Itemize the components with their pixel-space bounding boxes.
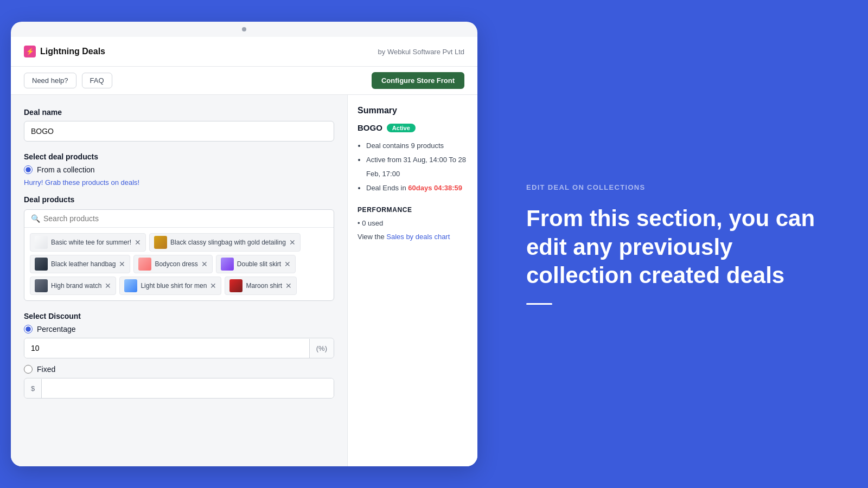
card-dot-indicator	[242, 27, 246, 31]
fixed-radio[interactable]	[24, 365, 33, 374]
left-panel: ⚡ Lightning Deals by Webkul Software Pvt…	[0, 0, 488, 488]
product-name-bag: Black leather handbag	[51, 260, 116, 268]
product-tag-maroon: Maroon shirt ✕	[225, 277, 297, 295]
remove-tag-watch[interactable]: ✕	[105, 282, 111, 290]
select-discount-label: Select Discount	[24, 312, 334, 320]
remove-tag-sling[interactable]: ✕	[289, 239, 296, 246]
product-thumb-skirt	[221, 258, 234, 271]
dollar-input[interactable]	[42, 378, 334, 398]
app-icon: ⚡	[24, 46, 36, 57]
select-deal-products-label: Select deal products	[24, 152, 334, 161]
summary-timer: 60days 04:38:59	[408, 184, 462, 192]
dollar-prefix: $	[24, 379, 42, 398]
product-name-shirt: Light blue shirt for men	[141, 282, 207, 290]
promo-link[interactable]: Hurry! Grab these products on deals!	[24, 178, 334, 187]
percentage-unit: (%)	[309, 339, 334, 358]
performance-title: PERFORMANCE	[358, 206, 468, 214]
percentage-input[interactable]	[24, 338, 309, 358]
top-bar: ⚡ Lightning Deals by Webkul Software Pvt…	[11, 37, 477, 67]
vendor-text: by Webkul Software Pvt Ltd	[378, 48, 464, 56]
percentage-radio-group: Percentage	[24, 325, 334, 333]
divider-line	[526, 303, 552, 305]
product-tag-dress: Bodycon dress ✕	[133, 255, 212, 273]
remove-tag-maroon[interactable]: ✕	[285, 282, 292, 290]
search-icon: 🔍	[31, 214, 40, 223]
product-thumb-dress	[138, 258, 151, 271]
discount-section: Select Discount Percentage (%) Fixed	[24, 312, 334, 399]
product-name-watch: High brand watch	[51, 282, 101, 290]
app-card: ⚡ Lightning Deals by Webkul Software Pvt…	[11, 22, 477, 466]
from-collection-label: From a collection	[37, 165, 95, 174]
remove-tag-shirt[interactable]: ✕	[210, 282, 216, 290]
chart-link[interactable]: Sales by deals chart	[386, 233, 450, 241]
product-tag-shirt: Light blue shirt for men ✕	[119, 277, 221, 295]
product-name-tee: Basic white tee for summer!	[51, 239, 131, 246]
percentage-radio[interactable]	[24, 325, 33, 333]
fixed-radio-group: Fixed	[24, 365, 334, 374]
product-name-maroon: Maroon shirt	[246, 282, 282, 290]
remove-tag-bag[interactable]: ✕	[119, 260, 125, 268]
performance-used: • 0 used	[358, 219, 468, 227]
faq-button[interactable]: FAQ	[82, 73, 112, 88]
deal-name-input[interactable]	[24, 121, 334, 142]
summary-ends: Deal Ends in 60days 04:38:59	[366, 181, 468, 195]
fixed-label: Fixed	[37, 365, 55, 374]
product-tag-bag: Black leather handbag ✕	[30, 255, 130, 273]
summary-active-from: Active from 31 Aug, 14:00 To 28 Feb, 17:…	[366, 153, 468, 181]
help-button[interactable]: Need help?	[24, 73, 76, 88]
active-badge: Active	[387, 124, 416, 132]
summary-list: Deal contains 9 products Active from 31 …	[358, 139, 468, 195]
remove-tag-dress[interactable]: ✕	[201, 260, 208, 268]
product-name-sling: Black classy slingbag with gold detailin…	[170, 239, 286, 246]
product-thumb-watch	[35, 279, 48, 292]
summary-panel: Summary BOGO Active Deal contains 9 prod…	[347, 95, 477, 466]
product-thumb-shirt	[124, 279, 137, 292]
form-section: Deal name Select deal products From a co…	[11, 95, 347, 466]
deal-name-text: BOGO	[358, 123, 382, 132]
product-search-container: 🔍 Basic white tee for summer! ✕ Black cl…	[24, 209, 334, 301]
right-panel: EDIT DEAL ON COLLECTIONS From this secti…	[488, 0, 868, 488]
search-input-row: 🔍	[24, 210, 334, 228]
configure-button[interactable]: Configure Store Front	[372, 72, 464, 89]
percentage-label: Percentage	[37, 325, 76, 333]
product-tag-skirt: Double slit skirt ✕	[216, 255, 296, 273]
product-thumb-sling	[154, 236, 167, 249]
product-thumb-tee	[35, 236, 48, 249]
remove-tag-tee[interactable]: ✕	[135, 239, 141, 246]
summary-title: Summary	[358, 106, 468, 115]
deal-name-row: BOGO Active	[358, 123, 468, 132]
from-collection-radio[interactable]	[24, 165, 33, 174]
view-chart-text: View the Sales by deals chart	[358, 233, 468, 241]
tags-area: Basic white tee for summer! ✕ Black clas…	[24, 228, 334, 300]
edit-heading: From this section, you can edit any prev…	[526, 204, 830, 290]
product-tag-watch: High brand watch ✕	[30, 277, 116, 295]
summary-contains: Deal contains 9 products	[366, 139, 468, 153]
main-content: Deal name Select deal products From a co…	[11, 95, 477, 466]
deal-products-label: Deal products	[24, 195, 334, 204]
nav-bar: Need help? FAQ Configure Store Front	[11, 67, 477, 95]
dollar-input-row: $	[24, 378, 334, 399]
product-thumb-bag	[35, 258, 48, 271]
product-tag-sling: Black classy slingbag with gold detailin…	[149, 233, 301, 252]
remove-tag-skirt[interactable]: ✕	[284, 260, 291, 268]
product-name-skirt: Double slit skirt	[237, 260, 281, 268]
product-name-dress: Bodycon dress	[155, 260, 197, 268]
product-tag-tee: Basic white tee for summer! ✕	[30, 233, 146, 252]
product-thumb-maroon	[229, 279, 242, 292]
edit-label: EDIT DEAL ON COLLECTIONS	[526, 183, 830, 191]
app-title: ⚡ Lightning Deals	[24, 46, 105, 57]
percentage-input-row: (%)	[24, 338, 334, 358]
from-collection-radio-group: From a collection	[24, 165, 334, 174]
deal-name-label: Deal name	[24, 108, 334, 117]
search-input[interactable]	[43, 214, 327, 223]
